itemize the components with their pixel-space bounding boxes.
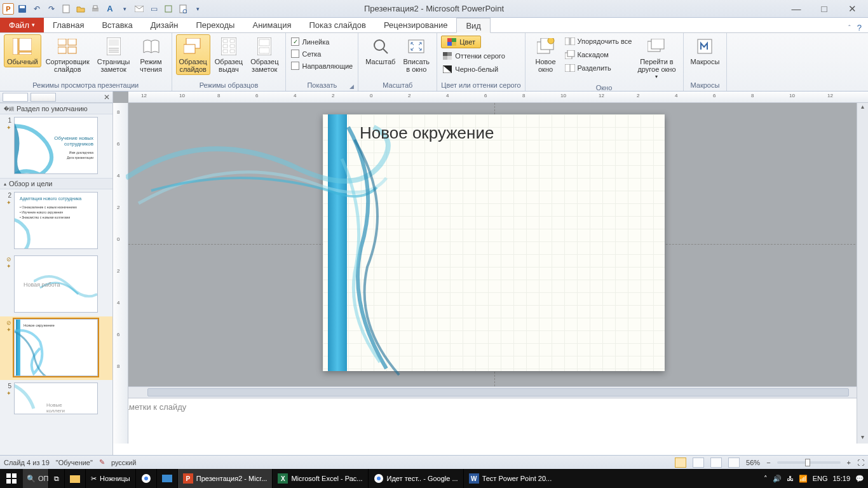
slideshow-view-icon[interactable] [728, 458, 740, 468]
slide[interactable]: Новое окружение [323, 114, 665, 371]
print-preview-icon[interactable] [177, 3, 189, 15]
taskbar-chrome-tab[interactable]: Идет тест.. - Google ... [368, 469, 463, 488]
guides-checkbox[interactable]: Направляющие [290, 61, 354, 71]
taskbar-chrome-icon[interactable] [135, 469, 156, 488]
ruler-checkbox[interactable]: ✓Линейка [290, 37, 330, 46]
tray-volume-icon[interactable]: 🔊 [773, 475, 782, 483]
maximize-button[interactable]: □ [815, 3, 834, 15]
slides-tab-icon[interactable] [31, 93, 56, 102]
start-button[interactable] [0, 469, 23, 488]
taskbar-search[interactable]: 🔍 ОП [23, 469, 48, 488]
slide-canvas[interactable]: Новое окружение [113, 103, 868, 386]
outline-tab-icon[interactable] [3, 93, 28, 102]
color-button[interactable]: Цвет [441, 36, 481, 48]
switch-windows-button[interactable]: Перейти в другое окно▾ [634, 34, 679, 83]
reading-view-icon[interactable] [710, 458, 722, 468]
new-window-button[interactable]: Новое окно [529, 34, 562, 75]
grayscale-button[interactable]: Оттенки серого [441, 50, 506, 62]
qat-extra1-icon[interactable]: ▭ [147, 3, 160, 15]
redo-icon[interactable]: ↷ [45, 3, 58, 15]
zoom-button[interactable]: Масштаб [362, 34, 398, 67]
slide-thumb-1[interactable]: 1✦ Обучение новых сотрудников Имя доклад… [0, 114, 112, 178]
zoom-in-button[interactable]: + [847, 459, 851, 466]
section-header-default[interactable]: �細Раздел по умолчанию [0, 103, 112, 114]
language-status[interactable]: русский [111, 459, 136, 466]
arrange-all-button[interactable]: Упорядочить все [564, 36, 634, 47]
task-view-button[interactable]: ⧉ [48, 469, 64, 488]
slide-editor: 1210864202468101224681012 864202468 Ново… [113, 92, 868, 455]
tray-up-icon[interactable]: ˄ [764, 475, 768, 483]
tray-notifications-icon[interactable]: 💬 [855, 475, 864, 483]
handout-master-button[interactable]: Образец выдач [212, 34, 246, 75]
tab-animation[interactable]: Анимация [243, 17, 300, 32]
black-white-button[interactable]: Черно-белый [441, 64, 499, 75]
tray-wifi-icon[interactable]: 📶 [799, 475, 808, 483]
ribbon-minimize-icon[interactable]: ˆ [848, 24, 851, 32]
svg-rect-15 [68, 47, 76, 53]
taskbar-powerpoint[interactable]: PПрезентация2 - Micr... [177, 469, 273, 488]
group-macros: Макросы Макросы [684, 33, 728, 91]
tray-language[interactable]: ENG [813, 475, 828, 482]
close-button[interactable]: ✕ [843, 3, 862, 15]
taskbar-word[interactable]: WТест Power Point 20... [463, 469, 557, 488]
slide-thumb-4[interactable]: ⊘✦ Новое окружение [0, 316, 112, 380]
slide-thumb-2[interactable]: 2✦ Адаптация нового сотрудника • Ознаком… [0, 189, 112, 253]
zoom-level[interactable]: 56% [746, 459, 760, 466]
tab-review[interactable]: Рецензирование [375, 17, 456, 32]
cascade-button[interactable]: Каскадом [564, 49, 634, 60]
tab-home[interactable]: Главная [44, 17, 93, 32]
notes-master-button[interactable]: Образец заметок [247, 34, 281, 75]
taskbar-excel[interactable]: XMicrosoft Excel - Рас... [272, 469, 367, 488]
tray-network-icon[interactable]: 🖧 [787, 475, 794, 482]
tab-view[interactable]: Вид [456, 18, 491, 33]
print-quick-icon[interactable] [89, 3, 102, 15]
close-pane-button[interactable]: ✕ [101, 93, 112, 102]
tab-file[interactable]: Файл ▾ [0, 17, 44, 32]
normal-view-icon[interactable] [675, 458, 686, 468]
reading-view-button[interactable]: Режим чтения [135, 34, 168, 75]
tray-clock[interactable]: 15:19 [832, 475, 850, 482]
minimize-button[interactable]: — [787, 3, 806, 15]
dialog-launcher-icon[interactable]: ◢ [349, 83, 354, 90]
taskbar-folder-icon[interactable] [64, 469, 85, 488]
sorter-view-icon[interactable] [693, 458, 704, 468]
taskbar-snip[interactable]: ✂ Ножницы [85, 469, 135, 488]
tab-slideshow[interactable]: Показ слайдов [301, 17, 376, 32]
notes-pane[interactable]: Заметки к слайду [113, 398, 868, 455]
macros-button[interactable]: Макросы [688, 34, 723, 67]
spellcheck-icon[interactable]: А [104, 3, 116, 15]
qat-dropdown-icon[interactable]: ▾ [191, 3, 204, 15]
zoom-slider[interactable] [777, 461, 841, 464]
email-icon[interactable] [133, 3, 146, 15]
open-icon[interactable] [74, 3, 87, 15]
new-icon[interactable] [60, 3, 72, 15]
vertical-scrollbar[interactable]: ▴▾ [857, 103, 868, 444]
ribbon: Обычный Сортировщик слайдов Страницы зам… [0, 33, 868, 92]
tab-insert[interactable]: Вставка [93, 17, 141, 32]
undo-icon[interactable]: ↶ [31, 3, 43, 15]
qat-extra2-icon[interactable] [162, 3, 175, 15]
split-button[interactable]: Разделить [564, 62, 634, 74]
qat-more-icon[interactable]: ▾ [118, 3, 131, 15]
slide-sorter-button[interactable]: Сортировщик слайдов [43, 34, 93, 75]
horizontal-scrollbar[interactable] [128, 386, 868, 398]
normal-view-button[interactable]: Обычный [4, 34, 41, 67]
taskbar-mail-icon[interactable] [156, 469, 177, 488]
slide-thumb-3[interactable]: ⊘✦ Новая работа [0, 253, 112, 316]
fit-slide-icon[interactable]: ⛶ [857, 459, 864, 466]
spellcheck-status-icon[interactable]: ✎ [99, 458, 105, 466]
slide-master-button[interactable]: Образец слайдов [176, 34, 210, 75]
section-header-review[interactable]: ▴Обзор и цели [0, 178, 112, 189]
slide-title[interactable]: Новое окружение [360, 123, 494, 143]
gridlines-checkbox[interactable]: Сетка [290, 49, 322, 58]
system-tray: ˄ 🔊 🖧 📶 ENG 15:19 💬 [764, 475, 868, 483]
help-icon[interactable]: ? [857, 23, 862, 32]
notes-page-button[interactable]: Страницы заметок [94, 34, 133, 75]
tab-transitions[interactable]: Переходы [187, 17, 243, 32]
horizontal-ruler[interactable]: 1210864202468101224681012 [128, 92, 868, 103]
save-icon[interactable] [16, 3, 29, 15]
slide-thumb-5[interactable]: 5✦ Новые коллеги [0, 380, 112, 418]
fit-to-window-button[interactable]: Вписать в окно [400, 34, 433, 75]
zoom-out-button[interactable]: − [766, 459, 770, 466]
tab-design[interactable]: Дизайн [142, 17, 187, 32]
